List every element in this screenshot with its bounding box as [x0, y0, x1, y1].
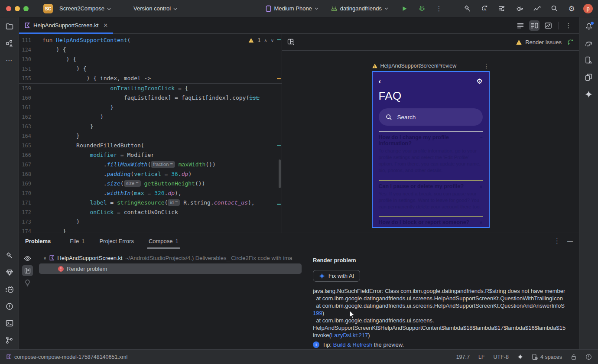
code-line[interactable]: 166modifier = Modifier [19, 150, 282, 160]
faq-question[interactable]: How do I change my profile information?– [379, 134, 483, 146]
line-ending[interactable]: LF [478, 354, 485, 360]
faq-question[interactable]: How do I block or report someone?∨ [379, 219, 483, 225]
run-configuration-selector[interactable]: datingandfriends [331, 5, 388, 12]
code-line[interactable]: 162) [19, 112, 282, 122]
render-issues-label[interactable]: Render Issues [525, 39, 562, 46]
profiler-icon[interactable] [531, 3, 543, 14]
problems-file-row[interactable]: ∨ HelpAndSupportScreen.kt ~/AndroidStudi… [36, 253, 308, 263]
code-line[interactable]: 130) { [19, 55, 282, 64]
project-menu[interactable]: Screen2Compose [56, 3, 114, 13]
user-avatar[interactable]: p [583, 4, 593, 13]
back-icon[interactable]: ‹ [379, 78, 381, 84]
faq-question[interactable]: Can I pause or delete my profile?∧ [379, 183, 483, 189]
inspections-widget[interactable]: 1 ∧ ∨ [248, 37, 274, 43]
status-file-info[interactable]: compose-compose-model-1758748140651.xml [6, 354, 127, 360]
render-problem-row[interactable]: Render problem [39, 263, 302, 274]
preview-title-row[interactable]: HelpAndSupportScreenPreview ⋮ [372, 62, 490, 69]
editor-scrollbar[interactable] [279, 159, 281, 188]
device-manager-icon[interactable] [584, 55, 594, 65]
app-quality-insights-icon[interactable] [4, 267, 15, 278]
code-line[interactable]: 159onTrailingIconClick = { [19, 84, 282, 93]
resource-manager-icon[interactable] [4, 38, 15, 49]
build-tool-icon[interactable] [4, 250, 15, 261]
problems-tab-file[interactable]: File1 [68, 233, 86, 249]
code-line[interactable]: 170.widthIn(max = 320.dp), [19, 188, 282, 198]
unlock-icon[interactable] [571, 354, 577, 360]
device-selector[interactable]: Medium Phone [266, 5, 318, 12]
build-icon[interactable] [462, 3, 473, 14]
refresh-icon[interactable] [567, 39, 574, 46]
preview-layout-icon[interactable] [287, 39, 295, 46]
code-line[interactable]: 160faqList[index] = faqList[index].copy(… [19, 93, 282, 103]
error-stripe-mark[interactable] [277, 39, 281, 40]
error-stripe-mark[interactable] [277, 145, 281, 146]
editor-tab-active[interactable]: HelpAndSupportScreen.kt ✕ [19, 17, 113, 33]
fix-with-ai-button[interactable]: Fix with AI [313, 270, 360, 282]
build-refresh-link[interactable]: Build & Refresh [333, 341, 372, 348]
preview-problem-eye-icon[interactable] [22, 253, 33, 264]
code-line[interactable]: 124) { [19, 45, 282, 55]
code-line[interactable]: 168.padding(vertical = 36.dp) [19, 169, 282, 179]
apply-code-changes-icon[interactable] [497, 3, 508, 14]
close-tab-icon[interactable]: ✕ [103, 22, 108, 29]
problems-tab-compose[interactable]: Compose1 [147, 233, 180, 249]
minimize-window-button[interactable] [15, 6, 20, 11]
stack-trace-link[interactable]: LazyDsl.kt:217 [331, 332, 368, 338]
panel-options-kebab[interactable]: ⋮ [554, 237, 560, 245]
notifications-bell-icon[interactable] [584, 21, 594, 32]
code-line[interactable]: 164} [19, 131, 282, 141]
code-line[interactable]: 165RoundedFilledButton( [19, 141, 282, 150]
hide-panel-icon[interactable]: — [567, 238, 573, 244]
prev-issue-icon[interactable]: ∧ [264, 38, 267, 43]
problems-tab-project-errors[interactable]: Project Errors [98, 233, 135, 249]
code-line[interactable]: 163} [19, 122, 282, 131]
code-line[interactable]: 174} [19, 227, 282, 233]
run-options-kebab[interactable]: ⋮ [433, 3, 445, 14]
close-window-button[interactable] [6, 6, 11, 11]
file-encoding[interactable]: UTF-8 [494, 354, 509, 360]
code-line[interactable]: 171label = stringResource(id = R.string.… [19, 198, 282, 208]
attach-debugger-icon[interactable] [514, 3, 525, 14]
code-line[interactable]: 167.fillMaxWidth(fraction = maxWidth()) [19, 160, 282, 169]
quick-fix-bulb-icon[interactable] [22, 277, 33, 288]
expand-chevron-icon[interactable]: ∨ [43, 256, 46, 260]
preview-options-kebab[interactable]: ⋮ [484, 62, 490, 69]
error-stripe-mark[interactable] [277, 204, 281, 205]
ai-status-sparkle-icon[interactable] [517, 354, 523, 360]
code-line[interactable]: 169.size(size = getButtonHeight()) [19, 179, 282, 188]
next-issue-icon[interactable]: ∨ [271, 38, 274, 43]
error-stripe-mark[interactable] [277, 78, 281, 79]
code-editor[interactable]: 111fun HelpAndSupportContent(124) {130) … [19, 34, 282, 233]
run-button[interactable] [399, 3, 410, 14]
settings-gear-icon[interactable]: ⚙ [476, 78, 482, 85]
split-view-button[interactable] [529, 20, 540, 31]
problems-tool-icon[interactable] [4, 301, 15, 312]
running-devices-icon[interactable] [584, 72, 594, 82]
code-line[interactable]: 161} [19, 103, 282, 112]
design-view-button[interactable] [543, 20, 553, 31]
show-details-icon[interactable] [22, 265, 33, 276]
editor-options-kebab[interactable]: ⋮ [563, 20, 574, 31]
code-line[interactable]: 155) { index, model -> [19, 74, 282, 83]
warning-status-icon[interactable] [585, 354, 592, 360]
preview-device-frame[interactable]: ‹ ⚙ FAQ Search How do I change my profil… [372, 71, 490, 228]
code-line[interactable]: 173) [19, 217, 282, 227]
code-line[interactable]: 172onClick = contactUsOnClick [19, 208, 282, 217]
code-view-button[interactable] [515, 20, 526, 31]
version-control-tool-icon[interactable] [4, 335, 15, 345]
logcat-icon[interactable] [4, 284, 15, 295]
code-line[interactable]: 111fun HelpAndSupportContent( [19, 36, 282, 45]
terminal-tool-icon[interactable] [4, 318, 15, 328]
stack-trace-link[interactable]: 199 [313, 310, 322, 316]
settings-gear-icon[interactable]: ⚙ [566, 3, 577, 14]
apply-changes-icon[interactable]: A [479, 3, 491, 14]
faq-search-bar[interactable]: Search [379, 108, 483, 126]
gemini-icon[interactable] [584, 89, 594, 99]
caret-position[interactable]: 197:7 [456, 354, 470, 360]
code-line[interactable]: 151) { [19, 64, 282, 74]
project-tool-icon[interactable] [4, 21, 15, 32]
gradle-icon[interactable] [584, 38, 594, 49]
debug-button[interactable] [416, 3, 427, 14]
search-everywhere-icon[interactable] [549, 3, 560, 14]
more-tool-windows-icon[interactable]: ⋯ [4, 55, 15, 65]
